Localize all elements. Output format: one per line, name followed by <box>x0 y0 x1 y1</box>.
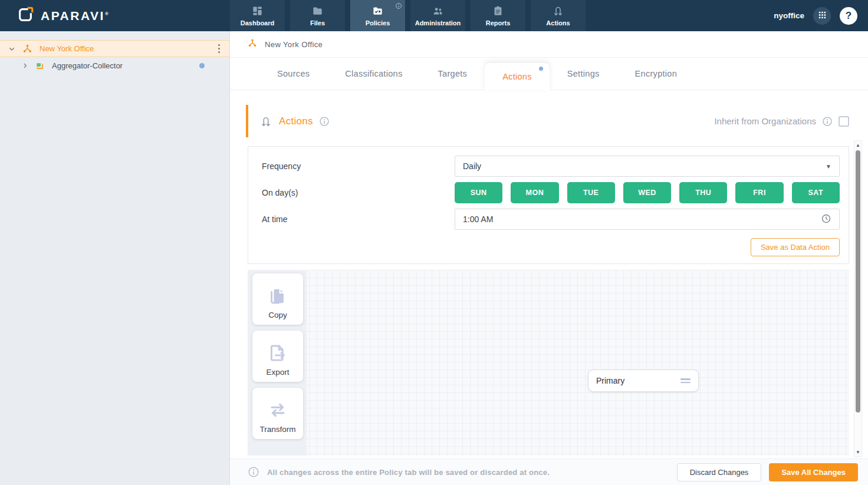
nav-tile-policies[interactable]: Policies <box>350 0 405 31</box>
day-button-sun[interactable]: SUN <box>455 182 502 203</box>
nav-tile-files[interactable]: Files <box>290 0 345 31</box>
question-mark-icon: ? <box>846 10 851 22</box>
footer-buttons: Discard Changes Save All Changes <box>677 463 858 481</box>
folder-icon <box>312 5 323 17</box>
brand-logo[interactable]: APARAVI® <box>0 6 230 26</box>
dashboard-icon <box>252 5 263 17</box>
chevron-down-icon[interactable] <box>7 44 17 54</box>
day-button-wed[interactable]: WED <box>623 182 671 203</box>
time-label: At time <box>262 215 455 224</box>
action-palette: Copy Export Transform <box>248 270 307 456</box>
tab-encryption[interactable]: Encryption <box>617 58 695 90</box>
palette-label: Transform <box>259 425 295 434</box>
copy-icon <box>268 286 288 306</box>
schedule-form: Frequency Daily ▼ On day(s) SUN MON TUE <box>248 146 849 264</box>
inherit-from-organizations: Inherit from Organizations <box>714 116 849 127</box>
aparavi-logo-icon <box>17 6 34 26</box>
chevron-down-icon: ▼ <box>826 163 831 170</box>
tree-item-new-york-office[interactable]: New York Office <box>0 40 229 57</box>
nav-label: Reports <box>486 19 511 27</box>
days-label: On day(s) <box>262 188 455 197</box>
brand-name: APARAVI® <box>41 9 108 23</box>
frequency-row: Frequency Daily ▼ <box>262 156 840 177</box>
nav-label: Policies <box>366 19 390 27</box>
scroll-up-arrow[interactable]: ▲ <box>854 141 862 149</box>
day-buttons: SUN MON TUE WED THU FRI SAT <box>455 182 840 203</box>
footer-note: All changes across the entire Policy tab… <box>267 468 550 477</box>
tree-item-aggregator-collector[interactable]: Aggregator-Collector <box>0 57 229 74</box>
tab-sources[interactable]: Sources <box>259 58 327 90</box>
palette-label: Copy <box>268 311 287 319</box>
org-tree-sidebar: New York Office Aggregator-Collector <box>0 31 230 485</box>
nav-label: Dashboard <box>241 19 274 27</box>
organization-icon <box>248 38 257 50</box>
time-input[interactable]: 1:00 AM <box>455 209 840 230</box>
apps-grid-icon <box>818 11 827 21</box>
palette-card-transform[interactable]: Transform <box>252 388 303 439</box>
save-as-data-action-button[interactable]: Save as Data Action <box>751 238 840 256</box>
time-value: 1:00 AM <box>463 215 493 224</box>
clock-icon[interactable] <box>821 213 831 226</box>
save-discard-footer: All changes across the entire Policy tab… <box>230 458 868 485</box>
actions-panel-header: Actions Inherit from Organizations <box>246 105 868 137</box>
app-body: New York Office Aggregator-Collector New… <box>0 31 868 485</box>
account-name[interactable]: nyoffice <box>774 11 804 20</box>
vertical-scrollbar[interactable]: ▲ ▼ <box>854 140 862 457</box>
action-flow-canvas[interactable]: Copy Export Transform <box>248 270 849 456</box>
info-icon[interactable] <box>319 116 330 127</box>
tree-item-label: New York Office <box>40 44 94 53</box>
help-button[interactable]: ? <box>840 7 857 25</box>
nav-tile-dashboard[interactable]: Dashboard <box>230 0 285 31</box>
panel-title: Actions <box>279 116 313 127</box>
status-dot <box>199 63 205 68</box>
day-button-mon[interactable]: MON <box>511 182 558 203</box>
apps-grid-button[interactable] <box>813 7 831 25</box>
frequency-select[interactable]: Daily ▼ <box>455 156 840 177</box>
main-panel: New York Office Sources Classifications … <box>230 31 868 485</box>
palette-card-export[interactable]: Export <box>252 331 303 382</box>
nav-label: Actions <box>546 19 570 27</box>
actions-tab-content: Actions Inherit from Organizations Frequ… <box>230 90 868 458</box>
tab-settings[interactable]: Settings <box>550 58 617 90</box>
unsaved-changes-dot <box>539 67 543 71</box>
nav-tile-administration[interactable]: Administration <box>410 0 465 31</box>
topbar-right: nyoffice ? <box>774 7 868 25</box>
kebab-menu-icon[interactable] <box>218 44 221 54</box>
nav-label: Administration <box>415 19 461 27</box>
top-bar: APARAVI® Dashboard Files Policies <box>0 0 868 31</box>
day-button-fri[interactable]: FRI <box>735 182 783 203</box>
day-button-sat[interactable]: SAT <box>792 182 840 203</box>
scrollbar-thumb[interactable] <box>856 150 860 413</box>
scroll-down-arrow[interactable]: ▼ <box>854 448 862 456</box>
frequency-value: Daily <box>463 161 481 171</box>
day-button-thu[interactable]: THU <box>679 182 727 203</box>
breadcrumb-label: New York Office <box>265 40 323 49</box>
nav-tile-actions[interactable]: Actions <box>531 0 586 31</box>
days-row-group: On day(s) SUN MON TUE WED THU FRI SAT <box>262 182 840 203</box>
swap-icon <box>553 5 564 17</box>
info-icon[interactable] <box>822 116 833 127</box>
frequency-label: Frequency <box>262 161 455 171</box>
tab-actions[interactable]: Actions <box>485 63 550 90</box>
policy-tabs: Sources Classifications Targets Actions … <box>230 58 868 90</box>
clipboard-icon <box>492 5 504 17</box>
primary-nav: Dashboard Files Policies Administration <box>230 0 586 31</box>
transform-icon <box>268 400 288 420</box>
tab-classifications[interactable]: Classifications <box>327 58 420 90</box>
time-row: At time 1:00 AM <box>262 209 840 230</box>
palette-card-copy[interactable]: Copy <box>252 273 303 325</box>
nav-tile-reports[interactable]: Reports <box>471 0 525 31</box>
day-button-tue[interactable]: TUE <box>567 182 615 203</box>
info-icon <box>395 2 402 9</box>
export-icon <box>268 343 288 363</box>
drag-handle-icon[interactable] <box>680 378 691 383</box>
palette-label: Export <box>266 368 289 377</box>
chevron-right-icon[interactable] <box>21 61 29 70</box>
discard-changes-button[interactable]: Discard Changes <box>677 463 762 481</box>
tree-item-label: Aggregator-Collector <box>52 61 123 70</box>
save-all-changes-button[interactable]: Save All Changes <box>769 463 858 481</box>
flow-node-primary[interactable]: Primary <box>588 369 699 392</box>
inherit-checkbox[interactable] <box>839 116 849 127</box>
people-icon <box>432 5 443 17</box>
tab-targets[interactable]: Targets <box>420 58 485 90</box>
